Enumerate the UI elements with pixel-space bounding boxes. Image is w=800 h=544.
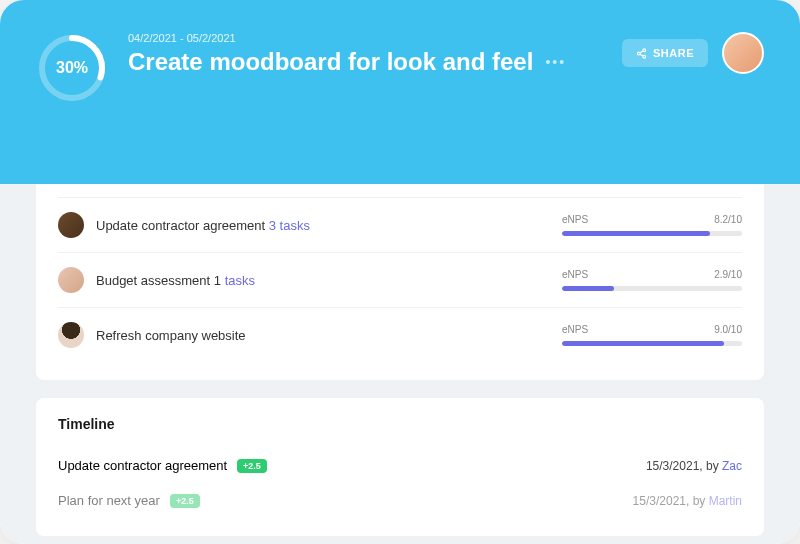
timeline-title: Timeline [58,416,742,432]
metric-bar [562,286,742,291]
share-button[interactable]: SHARE [622,39,708,67]
timeline-meta: 15/3/2021, by Zac [646,459,742,473]
metric-fill [562,231,710,236]
progress-ring: 30% [36,32,108,104]
timeline-row[interactable]: Plan for next year +2.5 15/3/2021, by Ma… [58,483,742,518]
more-icon[interactable]: ••• [545,54,566,70]
target-row[interactable]: Budget assessment 1 tasks eNPS 2.9/10 [58,252,742,307]
metric: eNPS 2.9/10 [562,269,742,291]
target-text: Update contractor agreement 3 tasks [96,218,550,233]
header-text: 04/2/2021 - 05/2/2021 Create moodboard f… [128,32,602,76]
header-actions: SHARE [622,32,764,74]
target-row[interactable]: Update contractor agreement 3 tasks eNPS… [58,197,742,252]
avatar [58,322,84,348]
svg-line-6 [640,54,643,56]
metric-value: 2.9/10 [714,269,742,280]
delta-badge: +2.5 [170,494,200,508]
timeline-text: Update contractor agreement [58,458,227,473]
svg-point-2 [643,48,646,51]
content: Targets + Add note Update contractor agr… [0,140,800,544]
metric-bar [562,231,742,236]
metric: eNPS 9.0/10 [562,324,742,346]
delta-badge: +2.5 [237,459,267,473]
author-link[interactable]: Zac [722,459,742,473]
timeline-row[interactable]: Update contractor agreement +2.5 15/3/20… [58,448,742,483]
share-icon [636,48,647,59]
metric-value: 8.2/10 [714,214,742,225]
metric-label: eNPS [562,269,588,280]
metric-label: eNPS [562,324,588,335]
target-text: Refresh company website [96,328,550,343]
tasks-link[interactable]: tasks [225,273,255,288]
metric-fill [562,341,724,346]
metric-label: eNPS [562,214,588,225]
date-range: 04/2/2021 - 05/2/2021 [128,32,602,44]
tasks-link[interactable]: 3 tasks [269,218,310,233]
svg-point-4 [643,55,646,58]
page-title: Create moodboard for look and feel [128,48,533,76]
progress-percent: 30% [36,32,108,104]
svg-point-3 [637,52,640,55]
timeline-text: Plan for next year [58,493,160,508]
timeline-panel: Timeline Update contractor agreement +2.… [36,398,764,536]
header: 30% 04/2/2021 - 05/2/2021 Create moodboa… [0,0,800,184]
metric-bar [562,341,742,346]
metric-value: 9.0/10 [714,324,742,335]
avatar [58,267,84,293]
target-text: Budget assessment 1 tasks [96,273,550,288]
target-row[interactable]: Refresh company website eNPS 9.0/10 [58,307,742,362]
author-link[interactable]: Martin [709,494,742,508]
timeline-meta: 15/3/2021, by Martin [633,494,742,508]
svg-line-5 [640,50,643,52]
metric-fill [562,286,614,291]
avatar [58,212,84,238]
share-label: SHARE [653,47,694,59]
metric: eNPS 8.2/10 [562,214,742,236]
project-card: 30% 04/2/2021 - 05/2/2021 Create moodboa… [0,0,800,544]
avatar[interactable] [722,32,764,74]
